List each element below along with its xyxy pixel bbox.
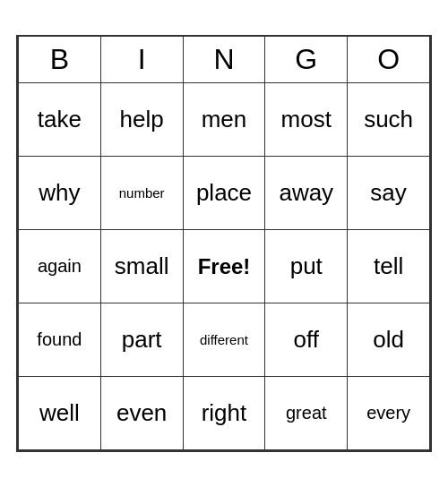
- header-col-b: B: [19, 37, 101, 83]
- bingo-cell: say: [348, 157, 430, 230]
- table-row: againsmallFree!puttell: [19, 230, 430, 303]
- bingo-cell: well: [19, 377, 101, 450]
- bingo-cell: part: [100, 303, 183, 377]
- bingo-cell: different: [183, 303, 265, 377]
- header-col-g: G: [265, 37, 348, 83]
- bingo-header-row: BINGO: [19, 37, 430, 83]
- bingo-cell: men: [183, 83, 265, 157]
- bingo-cell: why: [19, 157, 101, 230]
- bingo-cell: help: [100, 83, 183, 157]
- table-row: wellevenrightgreatevery: [19, 377, 430, 450]
- bingo-cell: even: [100, 377, 183, 450]
- bingo-cell: away: [265, 157, 348, 230]
- bingo-cell: take: [19, 83, 101, 157]
- bingo-cell: such: [348, 83, 430, 157]
- table-row: foundpartdifferentoffold: [19, 303, 430, 377]
- header-col-o: O: [348, 37, 430, 83]
- bingo-cell: number: [100, 157, 183, 230]
- bingo-cell: Free!: [183, 230, 265, 303]
- bingo-card: BINGO takehelpmenmostsuchwhynumberplacea…: [16, 35, 432, 453]
- bingo-cell: right: [183, 377, 265, 450]
- bingo-cell: small: [100, 230, 183, 303]
- table-row: takehelpmenmostsuch: [19, 83, 430, 157]
- bingo-cell: again: [19, 230, 101, 303]
- header-col-n: N: [183, 37, 265, 83]
- bingo-cell: tell: [348, 230, 430, 303]
- bingo-cell: most: [265, 83, 348, 157]
- table-row: whynumberplaceawaysay: [19, 157, 430, 230]
- bingo-cell: put: [265, 230, 348, 303]
- bingo-cell: old: [348, 303, 430, 377]
- bingo-cell: off: [265, 303, 348, 377]
- header-col-i: I: [100, 37, 183, 83]
- bingo-table: BINGO takehelpmenmostsuchwhynumberplacea…: [18, 37, 430, 451]
- bingo-cell: found: [19, 303, 101, 377]
- bingo-body: takehelpmenmostsuchwhynumberplaceawaysay…: [19, 83, 430, 450]
- bingo-cell: every: [348, 377, 430, 450]
- bingo-cell: great: [265, 377, 348, 450]
- bingo-cell: place: [183, 157, 265, 230]
